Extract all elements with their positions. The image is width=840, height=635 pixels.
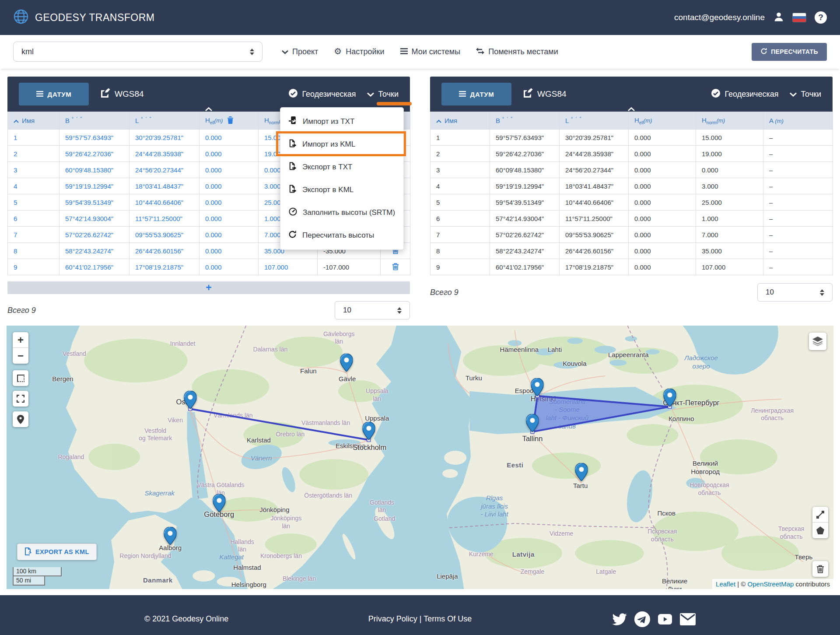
cell-name[interactable]: 2 xyxy=(8,146,60,162)
cell-hell[interactable]: 0.000 xyxy=(200,130,259,146)
cell-l[interactable]: 11°57'11.25000" xyxy=(130,210,200,227)
collapse-caret-icon[interactable] xyxy=(628,107,635,111)
user-icon[interactable] xyxy=(774,11,784,24)
menu-item-пересчитать-высоты[interactable]: Пересчитать высоты xyxy=(280,224,403,247)
terms-of-use-link[interactable]: Terms Of Use xyxy=(424,614,472,623)
cell-l[interactable]: 18°03'41.48437" xyxy=(130,178,200,194)
datum-button[interactable]: ДАТУМ xyxy=(19,83,89,105)
draw-polygon-button[interactable] xyxy=(812,523,828,538)
crs-geodetic-toggle[interactable]: Геодезическая xyxy=(288,88,356,100)
column-header-name[interactable]: Имя xyxy=(8,112,60,130)
map-marker-Tartu[interactable] xyxy=(575,463,588,481)
menu-item-импорт-из-txt[interactable]: Импорт из TXT xyxy=(280,110,403,133)
datum-button[interactable]: ДАТУМ xyxy=(441,83,511,105)
cell-l[interactable]: 10°44'40.66406" xyxy=(130,194,200,210)
cell-b[interactable]: 60°41'02.17956" xyxy=(60,259,130,275)
help-icon[interactable]: ? xyxy=(815,11,827,24)
twitter-icon[interactable] xyxy=(612,613,627,625)
column-header-name[interactable]: Имя xyxy=(430,112,490,130)
cell-hnorm[interactable]: 107.000 xyxy=(259,259,318,275)
cell-name[interactable]: 1 xyxy=(8,130,60,146)
ellipsoid-edit[interactable]: WGS84 xyxy=(101,88,144,100)
osm-link[interactable]: OpenStreetMap xyxy=(748,580,794,588)
cell-name[interactable]: 7 xyxy=(8,227,60,243)
cell-hell[interactable]: 0.000 xyxy=(200,243,259,259)
cell-l[interactable]: 24°56'20.27344" xyxy=(130,162,200,178)
fullscreen-button[interactable] xyxy=(13,391,28,407)
telegram-icon[interactable] xyxy=(634,611,650,627)
file-import-icon xyxy=(289,116,297,127)
marker-icon-button[interactable] xyxy=(13,411,28,427)
map-marker-Göteborg[interactable] xyxy=(213,494,225,512)
cell-hell[interactable]: 0.000 xyxy=(200,227,259,243)
cell-l[interactable]: 09°55'53.90625" xyxy=(130,227,200,243)
recalculate-button[interactable]: ПЕРЕСЧИТАТЬ xyxy=(752,43,827,61)
ellipsoid-edit[interactable]: WGS84 xyxy=(524,88,567,100)
cell-name[interactable]: 4 xyxy=(8,178,60,194)
map-marker-Oslo[interactable] xyxy=(184,391,196,409)
cell-b[interactable]: 59°26'42.27036" xyxy=(60,146,130,162)
menu-item-заполнить-высоты-srtm-[interactable]: Заполнить высоты (SRTM) xyxy=(280,201,403,224)
delete-layers-button[interactable] xyxy=(812,561,828,577)
cell-name[interactable]: 8 xyxy=(8,243,60,259)
cell-hell[interactable]: 0.000 xyxy=(200,259,259,275)
page-size-select[interactable]: 10 xyxy=(335,301,410,319)
cell-b[interactable]: 59°54'39.51349" xyxy=(60,194,130,210)
draw-polyline-button[interactable] xyxy=(812,507,828,523)
page-size-select[interactable]: 10 xyxy=(757,283,833,302)
cell-hell[interactable]: 0.000 xyxy=(200,194,259,210)
map-marker-Aalborg[interactable] xyxy=(164,527,177,545)
points-menu-toggle[interactable]: Точки xyxy=(790,90,821,99)
column-header-a: A (m) xyxy=(763,112,833,130)
menu-item-экспорт-в-txt[interactable]: Экспорт в TXT xyxy=(280,156,403,179)
cell-b[interactable]: 57°42'14.93004" xyxy=(60,210,130,227)
format-select[interactable]: kml xyxy=(13,42,262,62)
map-marker-Stockholm[interactable] xyxy=(362,422,375,440)
map-marker-Helsinki[interactable] xyxy=(531,378,544,396)
cell-l[interactable]: 30°20'39.25781" xyxy=(130,130,200,146)
toolbar-link-4[interactable]: Поменять местами xyxy=(476,47,558,56)
layers-button[interactable] xyxy=(809,333,826,350)
points-menu-toggle[interactable]: Точки xyxy=(367,90,399,99)
delete-row-button[interactable] xyxy=(392,263,399,270)
cell-l[interactable]: 24°44'28.35938" xyxy=(130,146,200,162)
cell-l[interactable]: 26°44'26.60156" xyxy=(130,243,200,259)
leaflet-map[interactable]: BergenOsloFalunGävleUppsalaKarlstadEskil… xyxy=(7,326,833,589)
export-as-kml-button[interactable]: EXPORT AS KML xyxy=(17,544,97,560)
rectangle-select-button[interactable] xyxy=(13,370,28,386)
cell-name[interactable]: 6 xyxy=(8,210,60,227)
leaflet-link[interactable]: Leaflet xyxy=(716,580,735,588)
toolbar-link-3[interactable]: Мои системы xyxy=(400,47,461,56)
toolbar-link-1[interactable]: Проект xyxy=(282,47,318,56)
zoom-in-button[interactable]: + xyxy=(13,332,28,348)
delete-layers-control xyxy=(812,561,828,577)
cell-name[interactable]: 9 xyxy=(8,259,60,275)
map-marker-Tallinn[interactable] xyxy=(526,414,539,432)
cell-b[interactable]: 57°02'26.62742" xyxy=(60,227,130,243)
cell-hell[interactable]: 0.000 xyxy=(200,178,259,194)
cell-b[interactable]: 59°19'19.12994" xyxy=(60,178,130,194)
cell-hell[interactable]: 0.000 xyxy=(200,146,259,162)
cell-b[interactable]: 60°09'48.15380" xyxy=(60,162,130,178)
email-icon[interactable] xyxy=(680,613,696,625)
cell-b[interactable]: 58°22'43.24274" xyxy=(60,243,130,259)
cell-l[interactable]: 17°08'19.21875" xyxy=(130,259,200,275)
cell-b[interactable]: 59°57'57.63493" xyxy=(60,130,130,146)
map-marker-Gävle[interactable] xyxy=(340,354,353,372)
menu-item-импорт-из-kml[interactable]: Импорт из KML xyxy=(280,133,403,156)
crs-geodetic-toggle[interactable]: Геодезическая xyxy=(711,88,778,100)
toolbar-link-2[interactable]: ⚙Настройки xyxy=(334,47,384,56)
map-marker-Санкт-Петербург[interactable] xyxy=(663,389,676,407)
cell-hell[interactable]: 0.000 xyxy=(200,162,259,178)
add-point-button[interactable]: + xyxy=(7,281,410,294)
copyright: © 2021 Geodesy Online xyxy=(144,614,228,624)
menu-item-экспорт-в-kml[interactable]: Экспорт в KML xyxy=(280,179,403,201)
collapse-caret-icon[interactable] xyxy=(205,107,212,111)
cell-name[interactable]: 3 xyxy=(8,162,60,178)
zoom-out-button[interactable]: − xyxy=(13,348,28,364)
language-flag-russia[interactable] xyxy=(793,13,806,22)
privacy-policy-link[interactable]: Privacy Policy xyxy=(368,614,417,623)
cell-name[interactable]: 5 xyxy=(8,194,60,210)
cell-hell[interactable]: 0.000 xyxy=(200,210,259,227)
youtube-icon[interactable] xyxy=(658,613,672,626)
